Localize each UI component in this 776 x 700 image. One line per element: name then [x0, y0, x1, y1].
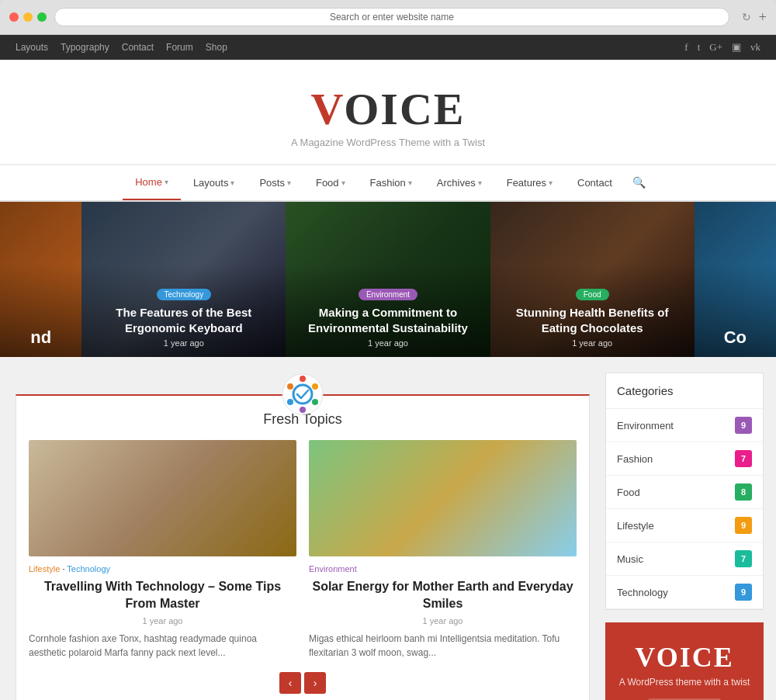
new-tab-button[interactable]: +: [759, 9, 767, 26]
hero-slide-small-right[interactable]: Co: [695, 202, 776, 357]
nav-features[interactable]: Features ▾: [494, 166, 565, 199]
top-nav-typography[interactable]: Typography: [61, 42, 109, 53]
hero-slide-2[interactable]: Environment Making a Commitment to Envir…: [286, 202, 490, 357]
hero-time-3: 1 year ago: [500, 338, 685, 348]
hero-badge-1: Technology: [157, 289, 212, 300]
top-nav-contact[interactable]: Contact: [122, 42, 154, 53]
article-image-1[interactable]: [29, 440, 296, 556]
hero-slide-1[interactable]: Technology The Features of the Best Ergo…: [81, 202, 286, 357]
url-bar[interactable]: Search or enter website name: [54, 8, 729, 26]
category-list: Environment 9 Fashion 7 Food 8 Lifestyle…: [606, 409, 763, 609]
hero-slide-content-3: Food Stunning Health Benefits of Eating …: [500, 286, 685, 348]
category-count-fashion: 7: [735, 450, 752, 467]
maximize-dot[interactable]: [37, 12, 47, 22]
svg-point-4: [312, 399, 318, 405]
article-categories-1: Lifestyle · Technology: [29, 564, 296, 574]
promo-subtitle: A WordPress theme with a twist: [618, 677, 751, 688]
instagram-icon[interactable]: ▣: [732, 41, 741, 54]
browser-dots: [9, 12, 47, 22]
voice-promo-widget: VOICE A WordPress theme with a twist 300…: [605, 622, 764, 700]
site-subtitle: A Magazine WordPress Theme with a Twist: [16, 137, 760, 148]
nav-posts[interactable]: Posts ▾: [247, 166, 303, 199]
top-bar: Layouts Typography Contact Forum Shop f …: [0, 35, 776, 60]
twitter-icon[interactable]: t: [698, 41, 701, 54]
category-item-music[interactable]: Music 7: [606, 542, 763, 576]
pagination: ‹ ›: [16, 672, 589, 694]
sidebar: Categories Environment 9 Fashion 7 Food …: [605, 357, 776, 700]
nav-contact[interactable]: Contact: [565, 166, 625, 199]
next-page-button[interactable]: ›: [304, 672, 326, 694]
category-count-lifestyle: 9: [735, 517, 752, 534]
fresh-topics-logo-wrap: [16, 373, 590, 416]
hero-small-left-text: nd: [9, 327, 72, 348]
category-name-fashion: Fashion: [617, 453, 653, 465]
top-nav-forum[interactable]: Forum: [166, 42, 193, 53]
article-image-2[interactable]: [309, 440, 577, 556]
categories-title: Categories: [606, 373, 763, 409]
hero-slide-3[interactable]: Food Stunning Health Benefits of Eating …: [490, 202, 695, 357]
category-item-technology[interactable]: Technology 9: [606, 576, 763, 609]
article-card-1: Lifestyle · Technology Travelling With T…: [29, 440, 296, 660]
category-item-food[interactable]: Food 8: [606, 476, 763, 509]
article-categories-2: Environment: [309, 564, 577, 574]
article-excerpt-2: Migas ethical heirloom banh mi Intellige…: [309, 632, 577, 660]
search-icon[interactable]: 🔍: [625, 165, 653, 200]
nav-fashion[interactable]: Fashion ▾: [358, 166, 424, 199]
article-title-1[interactable]: Travelling With Technology – Some Tips F…: [29, 578, 296, 613]
category-item-environment[interactable]: Environment 9: [606, 409, 763, 442]
category-item-lifestyle[interactable]: Lifestyle 9: [606, 509, 763, 542]
category-count-environment: 9: [735, 417, 752, 434]
category-name-lifestyle: Lifestyle: [617, 520, 654, 532]
googleplus-icon[interactable]: G+: [709, 41, 722, 54]
hero-title-1: The Features of the Best Ergonomic Keybo…: [91, 305, 276, 335]
hero-time-1: 1 year ago: [91, 338, 276, 348]
fresh-topics-widget: Fresh Topics Lifestyle · Technology Trav…: [16, 394, 590, 700]
article-title-2[interactable]: Solar Energy for Mother Earth and Everyd…: [309, 578, 577, 613]
category-lifestyle[interactable]: Lifestyle: [29, 564, 60, 574]
nav-archives[interactable]: Archives ▾: [424, 166, 494, 199]
svg-point-3: [312, 383, 318, 390]
top-nav-layouts[interactable]: Layouts: [16, 42, 48, 53]
minimize-dot[interactable]: [23, 12, 33, 22]
browser-window: Search or enter website name ↻ + Layouts…: [0, 0, 776, 700]
promo-title: VOICE: [618, 641, 751, 674]
hero-slide-content-2: Environment Making a Commitment to Envir…: [295, 286, 480, 348]
content-area: Fresh Topics Lifestyle · Technology Trav…: [0, 357, 605, 700]
fresh-topics-container: Fresh Topics Lifestyle · Technology Trav…: [16, 373, 590, 700]
hero-slider: nd Technology The Features of the Best E…: [0, 202, 776, 357]
category-count-technology: 9: [735, 584, 752, 601]
category-count-music: 7: [735, 550, 752, 567]
hero-small-right-text: Co: [704, 327, 767, 348]
browser-titlebar: Search or enter website name ↻ +: [0, 0, 776, 35]
social-icons-group: f t G+ ▣ vk: [684, 41, 760, 54]
main-area: Fresh Topics Lifestyle · Technology Trav…: [0, 357, 776, 700]
category-item-fashion[interactable]: Fashion 7: [606, 442, 763, 476]
refresh-button[interactable]: ↻: [742, 11, 751, 24]
top-navigation: Layouts Typography Contact Forum Shop: [16, 42, 227, 53]
hero-slide-small-left[interactable]: nd: [0, 202, 81, 357]
site-title: VOICE: [16, 83, 760, 135]
nav-food[interactable]: Food ▾: [303, 166, 358, 199]
category-name-music: Music: [617, 553, 643, 565]
hero-slide-content-1: Technology The Features of the Best Ergo…: [91, 286, 276, 348]
promo-v: V: [635, 642, 656, 673]
vk-icon[interactable]: vk: [750, 41, 760, 54]
svg-point-2: [300, 376, 306, 382]
nav-layouts[interactable]: Layouts ▾: [181, 166, 248, 199]
category-environment[interactable]: Environment: [309, 564, 357, 574]
nav-home[interactable]: Home ▾: [123, 165, 181, 200]
hero-badge-2: Environment: [359, 289, 417, 300]
facebook-icon[interactable]: f: [684, 41, 688, 54]
hero-time-2: 1 year ago: [295, 338, 480, 348]
category-technology[interactable]: Technology: [67, 564, 110, 574]
close-dot[interactable]: [9, 12, 19, 22]
article-card-2: Environment Solar Energy for Mother Eart…: [309, 440, 577, 660]
prev-page-button[interactable]: ‹: [279, 672, 301, 694]
hero-title-2: Making a Commitment to Environmental Sus…: [295, 305, 480, 335]
category-name-food: Food: [617, 487, 640, 498]
top-nav-shop[interactable]: Shop: [206, 42, 227, 53]
site-title-rest: OICE: [344, 84, 465, 134]
hero-title-3: Stunning Health Benefits of Eating Choco…: [500, 305, 685, 335]
site-header: VOICE A Magazine WordPress Theme with a …: [0, 60, 776, 165]
fresh-topics-logo: [281, 373, 324, 416]
